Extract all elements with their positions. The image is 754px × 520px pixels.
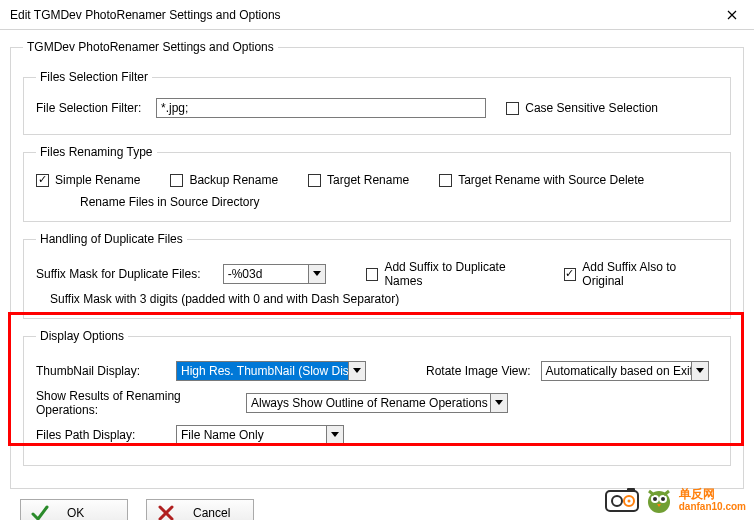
chevron-down-icon: [348, 362, 365, 380]
thumbnail-display-value: High Res. ThumbNail (Slow Display): [177, 362, 348, 380]
rename-hint: Rename Files in Source Directory: [80, 195, 718, 209]
chevron-down-icon: [691, 362, 708, 380]
add-suffix-original-label: Add Suffix Also to Original: [582, 260, 718, 288]
chevron-down-icon: [308, 265, 325, 283]
display-options-legend: Display Options: [36, 329, 128, 343]
simple-rename-checkbox[interactable]: Simple Rename: [36, 173, 140, 187]
chevron-down-icon: [490, 394, 507, 412]
rename-type-group: Files Renaming Type Simple Rename Backup…: [23, 145, 731, 222]
svg-point-8: [653, 497, 657, 501]
cancel-icon: [157, 504, 175, 520]
rename-type-legend: Files Renaming Type: [36, 145, 157, 159]
suffix-mask-label: Suffix Mask for Duplicate Files:: [36, 267, 203, 281]
cancel-button[interactable]: Cancel: [146, 499, 254, 520]
ok-button[interactable]: OK: [20, 499, 128, 520]
backup-rename-checkbox[interactable]: Backup Rename: [170, 173, 278, 187]
case-sensitive-checkbox[interactable]: Case Sensitive Selection: [506, 101, 658, 115]
suffix-mask-value: -%03d: [224, 265, 308, 283]
add-suffix-duplicate-checkbox[interactable]: Add Suffix to Duplicate Names: [366, 260, 544, 288]
titlebar: Edit TGMDev PhotoRenamer Settings and Op…: [0, 0, 754, 30]
simple-rename-label: Simple Rename: [55, 173, 140, 187]
cancel-button-label: Cancel: [193, 506, 230, 520]
checkbox-icon: [506, 102, 519, 115]
checkbox-icon: [366, 268, 379, 281]
rotate-image-combo[interactable]: Automatically based on Exif: [541, 361, 709, 381]
chevron-down-icon: [326, 426, 343, 444]
duplicate-group-legend: Handling of Duplicate Files: [36, 232, 187, 246]
files-path-display-label: Files Path Display:: [36, 428, 166, 442]
show-results-value: Always Show Outline of Rename Operations: [247, 394, 490, 412]
svg-point-1: [612, 496, 622, 506]
svg-point-9: [661, 497, 665, 501]
content-area: TGMDev PhotoRenamer Settings and Options…: [0, 30, 754, 520]
rotate-image-label: Rotate Image View:: [426, 364, 531, 378]
window-title: Edit TGMDev PhotoRenamer Settings and Op…: [10, 8, 281, 22]
checkbox-icon: [170, 174, 183, 187]
target-rename-delete-label: Target Rename with Source Delete: [458, 173, 644, 187]
filter-label: File Selection Filter:: [36, 101, 146, 115]
files-path-display-combo[interactable]: File Name Only: [176, 425, 344, 445]
rotate-image-value: Automatically based on Exif: [542, 362, 691, 380]
camera-icon: [605, 487, 639, 513]
file-selection-filter-input[interactable]: [156, 98, 486, 118]
target-rename-checkbox[interactable]: Target Rename: [308, 173, 409, 187]
svg-rect-4: [627, 488, 635, 492]
checkbox-icon: [439, 174, 452, 187]
suffix-hint: Suffix Mask with 3 digits (padded with 0…: [50, 292, 718, 306]
watermark: 单反网 danfan10.com: [605, 486, 746, 514]
checkbox-icon: [308, 174, 321, 187]
display-options-group: Display Options ThumbNail Display: High …: [23, 329, 731, 466]
svg-point-3: [627, 500, 630, 503]
ok-button-label: OK: [67, 506, 84, 520]
suffix-mask-combo[interactable]: -%03d: [223, 264, 326, 284]
filter-group-legend: Files Selection Filter: [36, 70, 152, 84]
main-group-legend: TGMDev PhotoRenamer Settings and Options: [23, 40, 278, 54]
checkbox-icon: [36, 174, 49, 187]
check-icon: [31, 504, 49, 520]
window-close-button[interactable]: [709, 0, 754, 29]
add-suffix-duplicate-label: Add Suffix to Duplicate Names: [384, 260, 543, 288]
thumbnail-display-combo[interactable]: High Res. ThumbNail (Slow Display): [176, 361, 366, 381]
case-sensitive-label: Case Sensitive Selection: [525, 101, 658, 115]
add-suffix-original-checkbox[interactable]: Add Suffix Also to Original: [564, 260, 718, 288]
show-results-combo[interactable]: Always Show Outline of Rename Operations: [246, 393, 508, 413]
backup-rename-label: Backup Rename: [189, 173, 278, 187]
duplicate-group: Handling of Duplicate Files Suffix Mask …: [23, 232, 731, 319]
owl-icon: [645, 486, 673, 514]
checkbox-icon: [564, 268, 577, 281]
filter-group: Files Selection Filter File Selection Fi…: [23, 70, 731, 135]
files-path-display-value: File Name Only: [177, 426, 326, 444]
close-icon: [727, 10, 737, 20]
target-rename-label: Target Rename: [327, 173, 409, 187]
target-rename-delete-checkbox[interactable]: Target Rename with Source Delete: [439, 173, 644, 187]
main-group: TGMDev PhotoRenamer Settings and Options…: [10, 40, 744, 489]
watermark-text: 单反网 danfan10.com: [679, 488, 746, 512]
thumbnail-display-label: ThumbNail Display:: [36, 364, 166, 378]
show-results-label: Show Results of Renaming Operations:: [36, 389, 236, 417]
